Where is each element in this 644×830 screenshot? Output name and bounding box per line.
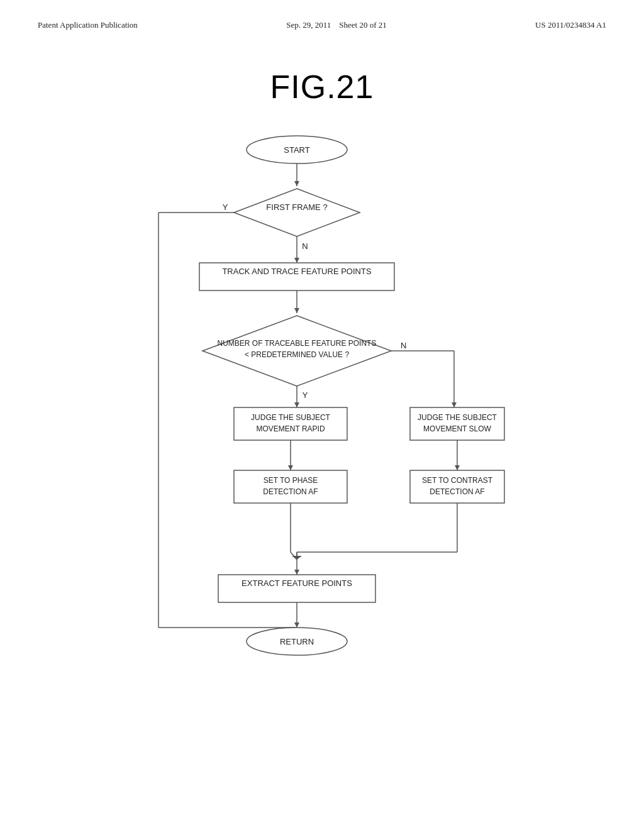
svg-text:MOVEMENT RAPID: MOVEMENT RAPID <box>256 424 325 433</box>
svg-marker-54 <box>294 622 299 628</box>
flowchart-diagram: START FIRST FRAME ? N Y TRACK AND TRACE … <box>102 131 542 697</box>
svg-text:FIRST FRAME ?: FIRST FRAME ? <box>266 202 327 212</box>
header-left: Patent Application Publication <box>38 20 138 30</box>
svg-rect-36 <box>234 470 347 503</box>
svg-marker-35 <box>455 465 460 470</box>
svg-text:MOVEMENT SLOW: MOVEMENT SLOW <box>423 424 491 433</box>
svg-text:RETURN: RETURN <box>280 637 314 646</box>
header-middle: Sep. 29, 2011 Sheet 20 of 21 <box>286 20 387 30</box>
svg-text:N: N <box>302 241 308 251</box>
svg-rect-39 <box>410 470 504 503</box>
svg-marker-50 <box>292 556 302 560</box>
svg-text:SET TO CONTRAST: SET TO CONTRAST <box>422 476 493 485</box>
svg-marker-15 <box>294 308 299 313</box>
svg-marker-4 <box>234 189 360 236</box>
svg-text:SET TO PHASE: SET TO PHASE <box>264 476 318 485</box>
svg-marker-25 <box>452 402 457 407</box>
svg-marker-33 <box>288 465 293 470</box>
svg-marker-22 <box>294 402 299 407</box>
svg-text:TRACK AND TRACE FEATURE POINTS: TRACK AND TRACE FEATURE POINTS <box>222 267 371 276</box>
header-right: US 2011/0234834 A1 <box>535 20 606 30</box>
svg-rect-29 <box>410 407 504 440</box>
svg-text:DETECTION AF: DETECTION AF <box>263 487 318 496</box>
svg-text:JUDGE THE SUBJECT: JUDGE THE SUBJECT <box>418 413 497 422</box>
svg-marker-49 <box>294 570 299 575</box>
svg-text:NUMBER OF TRACEABLE FEATURE PO: NUMBER OF TRACEABLE FEATURE POINTS <box>218 339 377 348</box>
svg-rect-26 <box>234 407 347 440</box>
svg-text:Y: Y <box>303 390 308 400</box>
svg-marker-3 <box>294 181 299 186</box>
svg-text:START: START <box>284 145 309 155</box>
svg-text:DETECTION AF: DETECTION AF <box>430 487 484 496</box>
svg-text:JUDGE THE SUBJECT: JUDGE THE SUBJECT <box>251 413 330 422</box>
svg-marker-8 <box>294 258 299 263</box>
figure-title: FIG.21 <box>0 68 644 106</box>
svg-text:< PREDETERMINED VALUE ?: < PREDETERMINED VALUE ? <box>245 350 349 359</box>
svg-text:Y: Y <box>223 202 228 212</box>
svg-text:EXTRACT FEATURE POINTS: EXTRACT FEATURE POINTS <box>242 578 352 588</box>
svg-text:N: N <box>401 341 406 350</box>
page-header: Patent Application Publication Sep. 29, … <box>0 0 644 30</box>
